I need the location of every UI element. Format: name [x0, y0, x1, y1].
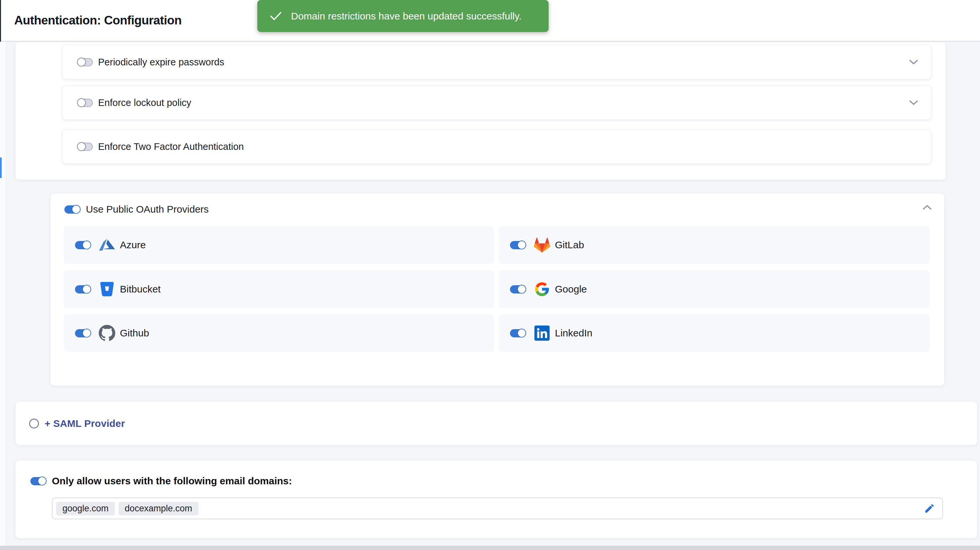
provider-row-google: Google	[499, 270, 930, 308]
provider-row-linkedin: LinkedIn	[499, 314, 930, 352]
provider-name: Google	[555, 284, 587, 295]
setting-label: Periodically expire passwords	[98, 57, 224, 68]
add-saml-provider-link[interactable]: + SAML Provider	[45, 418, 125, 429]
expire-passwords-toggle[interactable]	[77, 58, 93, 66]
provider-name: Azure	[120, 239, 146, 251]
domain-tag: google.com	[56, 502, 115, 515]
chevron-down-icon[interactable]	[909, 59, 918, 65]
setting-row-expire-passwords[interactable]: Periodically expire passwords	[62, 45, 931, 79]
azure-toggle[interactable]	[75, 241, 91, 249]
email-domains-label: Only allow users with the following emai…	[52, 475, 292, 486]
left-rail	[0, 41, 6, 550]
horizontal-scrollbar[interactable]	[0, 546, 980, 550]
gitlab-icon	[533, 236, 550, 254]
email-domains-toggle[interactable]	[30, 477, 46, 485]
oauth-providers-toggle[interactable]	[64, 205, 80, 214]
chevron-up-icon[interactable]	[923, 205, 932, 210]
github-icon	[99, 324, 116, 342]
github-toggle[interactable]	[75, 329, 91, 337]
lockout-policy-toggle[interactable]	[77, 99, 93, 107]
saml-radio[interactable]	[29, 419, 39, 429]
setting-label: Enforce Two Factor Authentication	[98, 141, 244, 152]
linkedin-toggle[interactable]	[510, 329, 525, 337]
provider-name: GitLab	[555, 239, 584, 251]
setting-row-two-factor[interactable]: Enforce Two Factor Authentication	[62, 129, 931, 164]
check-icon	[270, 11, 282, 21]
provider-row-azure: Azure	[64, 226, 494, 264]
scroll-indicator	[0, 157, 2, 178]
pencil-icon[interactable]	[924, 503, 935, 514]
chevron-down-icon[interactable]	[909, 100, 918, 105]
window-edge	[0, 0, 1, 41]
success-toast: Domain restrictions have been updated su…	[257, 0, 549, 32]
toast-message: Domain restrictions have been updated su…	[291, 11, 522, 22]
setting-row-lockout-policy[interactable]: Enforce lockout policy	[62, 86, 931, 120]
authentication-configuration-page: Authentication: Configuration Periodical…	[0, 0, 980, 550]
azure-icon	[99, 236, 116, 254]
page-title: Authentication: Configuration	[14, 0, 182, 41]
linkedin-icon	[533, 324, 550, 342]
provider-row-bitbucket: Bitbucket	[64, 270, 494, 308]
oauth-section-label: Use Public OAuth Providers	[86, 204, 209, 215]
provider-name: Bitbucket	[120, 284, 161, 295]
provider-row-gitlab: GitLab	[499, 226, 930, 264]
domain-tag: docexample.com	[119, 502, 199, 515]
gitlab-toggle[interactable]	[510, 241, 525, 249]
email-domains-header: Only allow users with the following emai…	[30, 474, 292, 488]
email-domains-input[interactable]: google.com docexample.com	[52, 498, 943, 519]
google-toggle[interactable]	[510, 285, 525, 294]
setting-label: Enforce lockout policy	[98, 97, 191, 108]
provider-name: LinkedIn	[555, 327, 592, 339]
provider-row-github: Github	[64, 314, 494, 352]
bitbucket-icon	[99, 281, 116, 298]
oauth-section-header: Use Public OAuth Providers	[64, 202, 209, 216]
saml-provider-card: + SAML Provider	[16, 402, 977, 445]
bitbucket-toggle[interactable]	[75, 285, 91, 294]
two-factor-toggle[interactable]	[77, 143, 93, 151]
provider-name: Github	[120, 327, 149, 339]
google-icon	[533, 281, 550, 298]
